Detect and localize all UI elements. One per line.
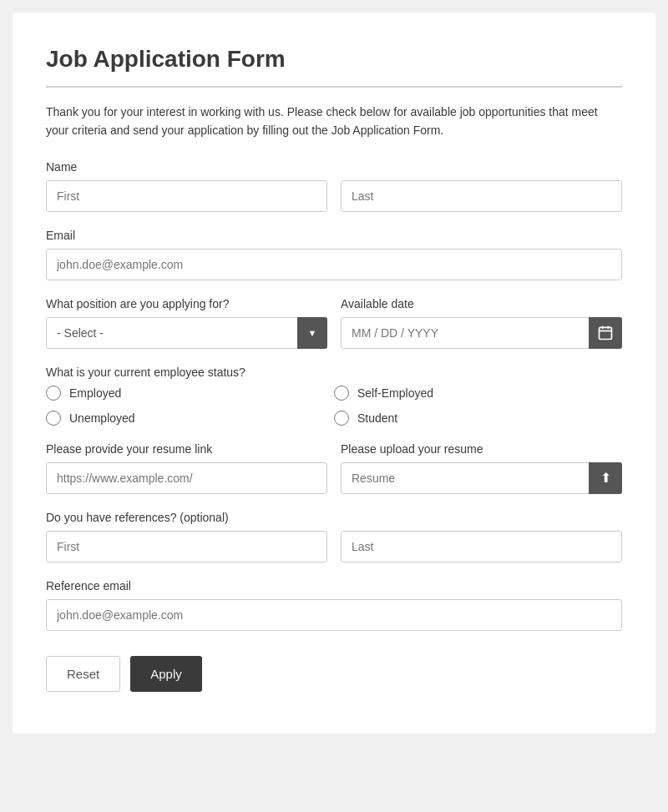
name-label: Name: [46, 160, 622, 174]
radio-self-employed-label: Self-Employed: [357, 386, 433, 400]
date-input[interactable]: [341, 317, 622, 349]
first-name-input[interactable]: [46, 180, 327, 212]
last-name-input[interactable]: [341, 180, 622, 212]
first-name-col: [46, 180, 327, 212]
radio-employed-input[interactable]: [46, 386, 61, 401]
resume-upload-col: Please upload your resume: [341, 442, 622, 494]
resume-upload-input[interactable]: [341, 462, 622, 494]
svg-rect-0: [600, 327, 612, 339]
position-select[interactable]: - Select -: [46, 317, 327, 349]
email-label: Email: [46, 229, 622, 242]
references-label: Do you have references? (optional): [46, 511, 622, 524]
name-fields: [46, 180, 622, 212]
page-title: Job Application Form: [46, 46, 622, 73]
ref-last-col: [341, 531, 622, 562]
available-date-label: Available date: [341, 297, 622, 310]
button-row: Reset Apply: [46, 656, 622, 692]
email-input[interactable]: [46, 249, 622, 280]
email-section: Email: [46, 229, 622, 280]
last-name-col: [341, 180, 622, 212]
position-date-fields: What position are you applying for? - Se…: [46, 297, 622, 349]
ref-email-section: Reference email: [46, 579, 622, 631]
radio-unemployed-input[interactable]: [46, 411, 61, 426]
position-date-section: What position are you applying for? - Se…: [46, 297, 622, 349]
radio-employed-label: Employed: [69, 386, 121, 400]
calendar-svg: [597, 325, 614, 341]
name-section: Name: [46, 160, 622, 212]
radio-self-employed[interactable]: Self-Employed: [334, 386, 622, 401]
form-container: Job Application Form Thank you for your …: [13, 13, 655, 734]
position-select-wrapper: - Select -: [46, 317, 327, 349]
radio-student[interactable]: Student: [334, 411, 622, 426]
date-col: Available date: [341, 297, 622, 349]
radio-student-input[interactable]: [334, 411, 349, 426]
upload-wrapper: [341, 462, 622, 494]
position-col: What position are you applying for? - Se…: [46, 297, 327, 349]
ref-first-input[interactable]: [46, 531, 327, 562]
employee-status-label: What is your current employee status?: [46, 366, 622, 379]
ref-email-label: Reference email: [46, 579, 622, 593]
resume-fields: Please provide your resume link Please u…: [46, 442, 622, 494]
date-wrapper: [341, 317, 622, 349]
resume-section: Please provide your resume link Please u…: [46, 442, 622, 494]
ref-last-input[interactable]: [341, 531, 622, 562]
resume-link-input[interactable]: [46, 462, 327, 494]
reset-button[interactable]: Reset: [46, 656, 120, 692]
radio-unemployed-label: Unemployed: [69, 411, 135, 425]
references-section: Do you have references? (optional): [46, 511, 622, 562]
radio-unemployed[interactable]: Unemployed: [46, 411, 334, 426]
title-divider: [46, 86, 622, 88]
references-name-fields: [46, 531, 622, 562]
ref-email-input[interactable]: [46, 599, 622, 631]
radio-self-employed-input[interactable]: [334, 386, 349, 401]
resume-link-label: Please provide your resume link: [46, 442, 327, 456]
upload-icon[interactable]: [589, 462, 622, 494]
ref-first-col: [46, 531, 327, 562]
radio-student-label: Student: [357, 411, 397, 425]
position-label: What position are you applying for?: [46, 297, 327, 310]
resume-upload-label: Please upload your resume: [341, 442, 622, 456]
radio-employed[interactable]: Employed: [46, 386, 334, 401]
employee-status-section: What is your current employee status? Em…: [46, 366, 622, 426]
calendar-icon[interactable]: [589, 317, 622, 349]
apply-button[interactable]: Apply: [130, 656, 202, 692]
intro-text: Thank you for your interest in working w…: [46, 103, 622, 140]
radio-group: Employed Self-Employed Unemployed Studen…: [46, 386, 622, 426]
resume-link-col: Please provide your resume link: [46, 442, 327, 494]
